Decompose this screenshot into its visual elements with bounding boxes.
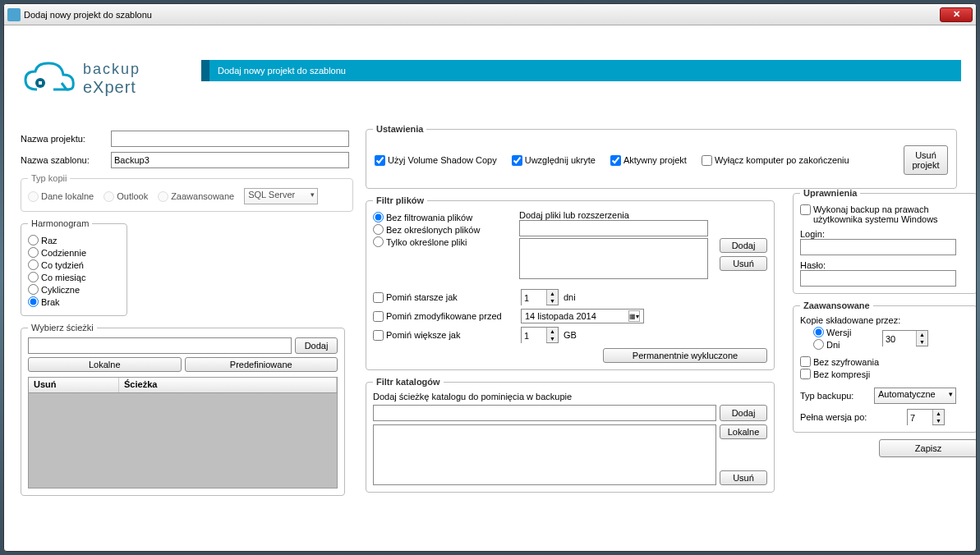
perm-excluded-button[interactable]: Permanentnie wykluczone (603, 348, 767, 363)
adv-legend: Zaawansowane (800, 300, 873, 310)
down-arrow-icon[interactable]: ▼ (917, 338, 927, 346)
logo-text: backup eXpert (83, 61, 140, 97)
dir-del-button[interactable]: Usuń (720, 470, 767, 485)
svg-rect-1 (39, 81, 42, 85)
filter-add-button[interactable]: Dodaj (720, 238, 767, 253)
skip-modified-date[interactable]: 14 listopada 2014 ▦▾ (521, 309, 644, 323)
project-name-input[interactable] (111, 131, 349, 147)
file-filter-legend: Filtr plików (373, 195, 427, 205)
schedule-once[interactable]: Raz (28, 235, 120, 245)
settings-legend: Ustawienia (373, 124, 426, 134)
path-input[interactable] (28, 337, 292, 354)
schedule-legend: Harmonogram (28, 218, 92, 228)
copy-type-legend: Typ kopii (28, 173, 70, 183)
copy-type-fieldset: Typ kopii Dane lokalne Outlook Zaawansow… (21, 173, 353, 212)
dir-filter-fieldset: Filtr katalogów Dodaj ścieżkę katalogu d… (366, 377, 775, 493)
filter-none[interactable]: Bez filtrowania plików (373, 212, 513, 222)
perm-fieldset: Uprawnienia Wykonaj backup na prawach uż… (793, 188, 977, 294)
logo: backup eXpert (21, 58, 140, 99)
skip-larger-unit: GB (564, 330, 577, 340)
schedule-monthly[interactable]: Co miesiąc (28, 272, 120, 282)
skip-modified[interactable]: Pomiń zmodyfikowane przed (373, 311, 521, 322)
dir-filter-desc: Dodaj ścieżkę katalogu do pominięcia w b… (373, 392, 767, 401)
schedule-fieldset: Harmonogram Raz Codziennie Co tydzień Co… (21, 218, 127, 316)
up-arrow-icon[interactable]: ▲ (917, 331, 927, 338)
adv-fullafter-label: Pełna wersja po: (800, 412, 907, 422)
path-local-button[interactable]: Lokalne (28, 357, 182, 372)
window-title: Dodaj nowy projekt do szablonu (24, 10, 940, 20)
setting-vss[interactable]: Użyj Volume Shadow Copy (375, 155, 497, 166)
perm-runas[interactable]: Wykonaj backup na prawach użytkownika sy… (800, 204, 970, 224)
mid-column: Ustawienia Użyj Volume Shadow Copy Uwzgl… (366, 124, 784, 493)
advanced-select: SQL Server (244, 188, 318, 204)
down-arrow-icon[interactable]: ▼ (547, 335, 558, 342)
calendar-icon[interactable]: ▦▾ (628, 310, 640, 322)
adv-backuptype-label: Typ backupu: (800, 391, 874, 401)
logo-top: backup (83, 61, 140, 78)
copy-type-outlook: Outlook (104, 191, 148, 202)
left-column: Nazwa projektu: Nazwa szablonu: Typ kopi… (21, 131, 353, 496)
dir-add-button[interactable]: Dodaj (720, 405, 767, 421)
perm-password-input[interactable] (800, 270, 956, 287)
adv-fieldset: Zaawansowane Kopie składowane przez: Wer… (793, 300, 977, 433)
banner-title: Dodaj nowy projekt do szablonu (218, 66, 346, 76)
paths-legend: Wybierz ścieżki (28, 323, 97, 333)
path-grid-body[interactable] (28, 393, 338, 488)
schedule-cyclic[interactable]: Cykliczne (28, 284, 120, 295)
cloud-icon (21, 58, 78, 99)
schedule-weekly[interactable]: Co tydzień (28, 259, 120, 270)
template-name-input[interactable] (111, 152, 349, 168)
up-arrow-icon[interactable]: ▲ (547, 328, 558, 335)
adv-version[interactable]: Wersji (813, 327, 882, 337)
dir-filter-list[interactable] (373, 424, 716, 485)
adv-nocompress[interactable]: Bez kompresji (800, 369, 970, 379)
filter-ext-input[interactable] (519, 220, 708, 236)
schedule-none[interactable]: Brak (28, 296, 120, 307)
down-arrow-icon[interactable]: ▼ (933, 417, 944, 424)
titlebar: Dodaj nowy projekt do szablonu ✕ (4, 4, 976, 25)
filter-ext-list[interactable] (519, 238, 708, 279)
adv-backuptype-select[interactable]: Automatyczne (874, 388, 956, 404)
skip-larger[interactable]: Pomiń większe jak (373, 330, 521, 341)
down-arrow-icon[interactable]: ▼ (547, 297, 558, 305)
filter-add-label: Dodaj pliki lub rozszerzenia (519, 210, 713, 220)
path-col-path: Ścieżka (119, 378, 337, 392)
perm-legend: Uprawnienia (800, 188, 860, 198)
up-arrow-icon[interactable]: ▲ (933, 410, 944, 417)
copy-type-advanced: Zaawansowane (158, 191, 234, 202)
setting-active[interactable]: Aktywny projekt (610, 155, 687, 166)
adv-days[interactable]: Dni (813, 339, 882, 350)
app-icon (7, 8, 21, 21)
dir-local-button[interactable]: Lokalne (720, 424, 767, 439)
skip-older-unit: dni (564, 292, 576, 302)
save-button[interactable]: Zapisz (879, 439, 977, 457)
skip-older-spinner[interactable]: ▲▼ (521, 289, 559, 305)
filter-without[interactable]: Bez określonych plików (373, 224, 513, 235)
perm-login-input[interactable] (800, 239, 956, 255)
setting-hidden[interactable]: Uwzględnij ukryte (512, 155, 596, 166)
filter-del-button[interactable]: Usuń (720, 256, 767, 271)
path-predef-button[interactable]: Predefiniowane (185, 357, 338, 372)
logo-bottom: eXpert (83, 78, 140, 97)
paths-fieldset: Wybierz ścieżki Dodaj Lokalne Predefinio… (21, 323, 345, 496)
schedule-daily[interactable]: Codziennie (28, 247, 120, 258)
skip-older[interactable]: Pomiń starsze jak (373, 292, 521, 303)
adv-fullafter-spinner[interactable]: ▲▼ (907, 409, 945, 425)
path-col-delete: Usuń (29, 378, 119, 392)
perm-login-label: Login: (800, 229, 970, 239)
path-add-button[interactable]: Dodaj (295, 337, 338, 354)
dir-filter-legend: Filtr katalogów (373, 377, 444, 387)
file-filter-fieldset: Filtr plików Bez filtrowania plików Bez … (366, 195, 775, 370)
adv-noencrypt[interactable]: Bez szyfrowania (800, 356, 970, 367)
template-name-label: Nazwa szablonu: (21, 155, 111, 165)
close-button[interactable]: ✕ (940, 7, 973, 22)
filter-only[interactable]: Tylko określone pliki (373, 236, 513, 247)
path-grid-header: Usuń Ścieżka (28, 377, 338, 393)
form-area: Nazwa projektu: Nazwa szablonu: Typ kopi… (21, 124, 961, 541)
adv-version-spinner[interactable]: ▲▼ (882, 330, 928, 346)
up-arrow-icon[interactable]: ▲ (547, 290, 558, 297)
dir-filter-input[interactable] (373, 405, 716, 421)
copy-type-local: Dane lokalne (28, 191, 94, 202)
close-icon: ✕ (953, 9, 960, 20)
skip-larger-spinner[interactable]: ▲▼ (521, 327, 559, 343)
